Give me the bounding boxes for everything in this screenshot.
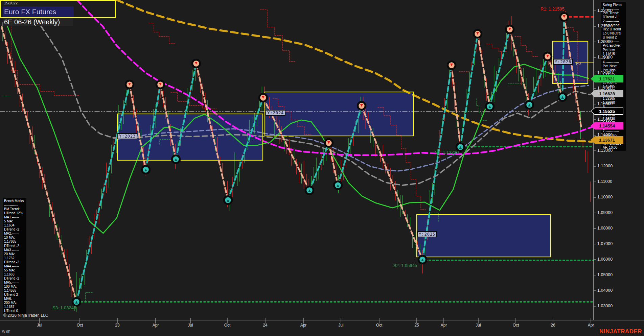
- price-tick-label: 1.21000: [597, 24, 613, 28]
- price-tick-label: 1.08000: [597, 226, 613, 231]
- panel-line: 20 MA:: [4, 252, 25, 256]
- panel-line: Pvt Low: [603, 48, 624, 52]
- year-chip-2023[interactable]: Y:2023: [117, 133, 137, 139]
- price-tick-label: 1.11000: [597, 179, 612, 184]
- ninjatrader-chart-window: 15/2022 - 14/2026 Euro FX Futures 6E 06-…: [0, 0, 644, 336]
- price-marker-tag: 1.16628: [591, 90, 623, 97]
- panel-line: Lo:0 Neutral: [603, 31, 624, 35]
- panel-line: UTrend 12%: [4, 211, 25, 215]
- panel-line: 1.1634: [4, 223, 25, 227]
- time-tick-label: 23: [115, 323, 119, 328]
- price-tick-label: 1.16000: [597, 101, 613, 106]
- price-marker-tag: 1.14554: [591, 122, 623, 129]
- time-tick-label: Apr: [153, 323, 159, 328]
- panel-line: 1.1762: [4, 256, 25, 260]
- time-tick-label: Jul: [338, 323, 343, 328]
- panel-line: 100 MA:: [4, 285, 25, 289]
- ninjatrader-logo: NINJATRADER: [599, 328, 642, 335]
- price-tick-label: 1.07000: [597, 241, 613, 246]
- price-marker-value: 1.16628: [591, 91, 623, 97]
- price-chart-canvas[interactable]: [0, 0, 644, 336]
- panel-line: 2.------------: [603, 19, 624, 23]
- price-tick-label: 1.12000: [597, 164, 613, 168]
- price-tick-label: 1.13000: [597, 148, 613, 153]
- instrument-title: Euro FX Futures: [3, 6, 74, 17]
- panel-line: MA2.------: [4, 232, 25, 236]
- time-tick-label: 24: [263, 323, 267, 328]
- panel-line: Pvt. Evolve:: [603, 44, 624, 48]
- panel-line: UTrend 2: [4, 293, 25, 297]
- price-tick-label: 1.04000: [597, 288, 613, 293]
- price-marker-value: 1.17621: [591, 76, 623, 82]
- panel-line: 4.------------: [603, 60, 624, 64]
- price-tick-label: 1.18000: [597, 70, 613, 75]
- series-title: 6E 06-26 (Weekly): [3, 18, 73, 26]
- price-tick-label: 1.17000: [597, 86, 613, 91]
- year-chip-2024[interactable]: Y:2024: [266, 110, 285, 116]
- time-tick-label: Apr: [441, 323, 447, 328]
- price-tick-label: 1.22000: [597, 8, 613, 13]
- workspace-tab[interactable]: W 6E: [2, 330, 10, 334]
- time-tick-label: Oct: [77, 323, 83, 328]
- panel-line: 5 MA:: [4, 219, 25, 223]
- r1-label: R1: 1.21595: [540, 6, 565, 11]
- time-tick-label: Oct: [376, 323, 383, 328]
- price-tick-label: 1.19000: [597, 55, 613, 59]
- panel-line: 1.1663: [4, 272, 25, 277]
- panel-line: MA3.------: [4, 248, 25, 252]
- panel-line: UTrend 0: [4, 309, 25, 313]
- time-tick-label: Apr: [588, 323, 594, 328]
- panel-line: DTrend -1: [603, 15, 624, 19]
- price-tick-label: 1.06000: [597, 257, 613, 262]
- time-tick-label: Jul: [188, 323, 193, 328]
- s1-label: S1: 1.13230: [435, 150, 459, 155]
- year-chip-2026[interactable]: Y:2026: [553, 59, 573, 65]
- price-marker-tag: 1.17621: [591, 75, 623, 82]
- panel-line: 55 MA:: [4, 268, 25, 272]
- panel-line: 200 MA:: [4, 301, 25, 305]
- price-marker-value: 1.14554: [591, 123, 623, 129]
- panel-line: MA4.------: [4, 264, 25, 268]
- time-tick-label: Jul: [37, 323, 42, 328]
- time-tick-label: 26: [551, 323, 555, 328]
- panel-line: DTrend -2: [4, 227, 25, 232]
- price-tick-label: 1.09000: [597, 210, 613, 215]
- panel-line: DTrend -2: [4, 244, 25, 248]
- s3-label: S3: 1.03245: [52, 305, 76, 310]
- year-chip-2025[interactable]: Y:2025: [417, 231, 437, 237]
- bench-marks-panel: Bench Marks------------BM Trend:UTrend 1…: [3, 198, 26, 314]
- s2-label: S2: 1.05945: [393, 263, 417, 268]
- price-tick-label: 1.03000: [597, 304, 613, 308]
- time-tick-label: Oct: [224, 323, 231, 328]
- price-marker-value: 1.15525: [591, 108, 623, 114]
- price-tick-label: 1.10000: [597, 195, 613, 199]
- panel-line: BM Trend:: [4, 207, 25, 211]
- copyright-label: © 2026 NinjaTrader, LLC: [3, 313, 48, 318]
- time-tick-label: Oct: [513, 323, 519, 328]
- price-tick-label: 1.05000: [597, 272, 613, 277]
- panel-line: MA1.------: [4, 215, 25, 219]
- panel-line: Swing Pivots: [603, 3, 624, 7]
- panel-line: DTrend -2: [4, 260, 25, 264]
- panel-line: MA6.------: [4, 297, 25, 301]
- time-tick-label: 25: [414, 323, 419, 328]
- price-marker-tag: 1.15525: [591, 107, 623, 115]
- panel-line: ------------: [4, 203, 25, 207]
- price-tick-label: 1.15000: [597, 117, 613, 122]
- panel-line: MA5.------: [4, 281, 25, 285]
- panel-line: Bench Marks: [4, 199, 25, 203]
- panel-line: 1.14555: [4, 289, 25, 293]
- time-tick-label: Apr: [300, 323, 307, 328]
- time-tick-label: Jul: [476, 323, 481, 328]
- f0-label: F0: [576, 61, 581, 66]
- panel-line: Pvt. Next:: [603, 64, 624, 68]
- price-marker-tag: 1.13671: [591, 136, 623, 144]
- panel-line: 10 MA:: [4, 236, 25, 240]
- panel-line: 1.1367: [4, 305, 25, 309]
- price-tick-label: 1.20000: [597, 39, 613, 44]
- price-marker-value: 1.13671: [591, 137, 623, 143]
- panel-line: DTrend -2: [4, 277, 25, 281]
- panel-line: 1.17665: [4, 240, 25, 244]
